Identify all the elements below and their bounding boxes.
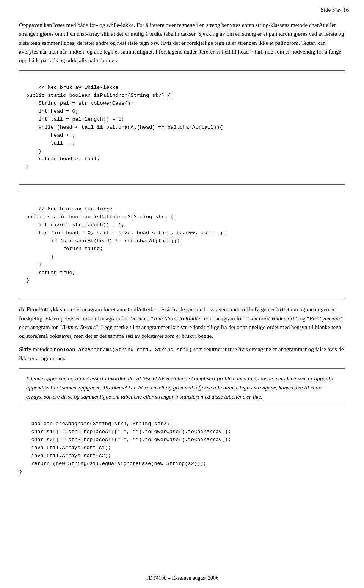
section-d-text5: , og: [297, 315, 307, 322]
code-while-block: // Med bruk av while-løkke public static…: [19, 70, 345, 185]
section-d-amor: amor: [82, 315, 94, 322]
footer-label: TDT4100 – Eksamen august 2006: [146, 575, 218, 581]
section-d-text2: et anagram for: [94, 315, 130, 322]
code-anagram-text: boolean areAnagrams(String str1, String …: [19, 421, 231, 474]
section-d: d) Et ord/uttrykk som er et anagram for …: [19, 305, 345, 363]
section-d-tom: Tom Marvolo Riddle: [153, 315, 200, 322]
section-d-pres: Presbyterians: [309, 315, 341, 322]
section-d-method-paragraph: Skriv metoden boolean areAnagrams(String…: [19, 345, 345, 363]
section-d-text3: ,: [148, 315, 151, 322]
section-d-text4: er et anagram for: [202, 315, 244, 322]
section-d-lord: I am Lord Voldemort: [247, 315, 294, 322]
page-header: Side 3 av 16: [0, 0, 364, 17]
italic-hint-text: I denne oppgaven er vi interessert i hvo…: [26, 375, 333, 400]
section-d-label: d): [19, 306, 27, 312]
section-d-text6: er et anagram for: [19, 324, 60, 330]
page-footer: TDT4100 – Eksamen august 2006: [0, 575, 364, 581]
page-number: Side 3 av 16: [320, 7, 349, 13]
section-d-paragraph: d) Et ord/uttrykk som er et anagram for …: [19, 305, 345, 341]
code-for-text: // Med bruk av for-løkke public static b…: [26, 206, 226, 283]
code-anagram-block: boolean areAnagrams(String str1, String …: [19, 412, 345, 484]
italic-hint-block: I denne oppgaven er vi interessert i hvo…: [19, 368, 345, 407]
method-signature: boolean areAnagrams(String str1, String …: [54, 347, 192, 353]
section-d-roma: “Roma”: [130, 315, 148, 322]
section-d-text8: Skriv metoden: [19, 346, 54, 352]
section-d-britney: Britney Spears: [62, 324, 96, 330]
page-content: Oppgaven kan løses med både for- og whil…: [0, 17, 364, 495]
code-for-block: // Med bruk av for-løkke public static b…: [19, 192, 345, 298]
code-while-text: // Med bruk av while-løkke public static…: [26, 85, 223, 170]
intro-paragraph: Oppgaven kan løses med både for- og whil…: [19, 21, 345, 65]
